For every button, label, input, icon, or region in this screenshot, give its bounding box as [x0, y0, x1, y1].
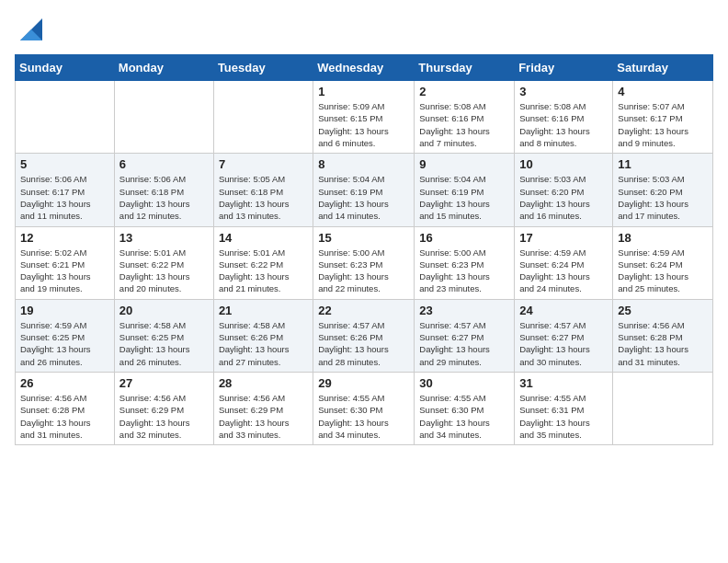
day-detail: Sunrise: 5:06 AM Sunset: 6:18 PM Dayligh… [119, 173, 209, 222]
calendar-cell: 12Sunrise: 5:02 AM Sunset: 6:21 PM Dayli… [16, 226, 115, 299]
day-number: 8 [318, 157, 409, 171]
weekday-header-monday: Monday [114, 55, 213, 81]
calendar-cell: 15Sunrise: 5:00 AM Sunset: 6:23 PM Dayli… [313, 226, 415, 299]
day-detail: Sunrise: 5:08 AM Sunset: 6:16 PM Dayligh… [519, 100, 608, 149]
day-detail: Sunrise: 5:01 AM Sunset: 6:22 PM Dayligh… [119, 247, 209, 295]
calendar-cell: 21Sunrise: 4:58 AM Sunset: 6:26 PM Dayli… [213, 299, 313, 372]
weekday-header-tuesday: Tuesday [213, 55, 313, 81]
day-detail: Sunrise: 5:09 AM Sunset: 6:15 PM Dayligh… [318, 100, 409, 149]
day-detail: Sunrise: 4:56 AM Sunset: 6:29 PM Dayligh… [219, 392, 308, 441]
day-number: 24 [519, 304, 608, 317]
day-number: 14 [219, 231, 308, 245]
calendar-cell: 10Sunrise: 5:03 AM Sunset: 6:20 PM Dayli… [515, 154, 613, 226]
day-number: 21 [219, 304, 308, 317]
day-detail: Sunrise: 4:56 AM Sunset: 6:29 PM Dayligh… [119, 392, 209, 441]
day-number: 26 [20, 376, 109, 390]
calendar-cell: 18Sunrise: 4:59 AM Sunset: 6:24 PM Dayli… [613, 226, 713, 299]
day-number: 5 [20, 157, 109, 171]
day-detail: Sunrise: 4:55 AM Sunset: 6:30 PM Dayligh… [419, 392, 509, 441]
day-number: 9 [419, 157, 509, 171]
day-number: 15 [318, 231, 409, 245]
weekday-header-wednesday: Wednesday [313, 55, 415, 81]
calendar-cell: 24Sunrise: 4:57 AM Sunset: 6:27 PM Dayli… [515, 299, 613, 372]
day-number: 4 [618, 85, 708, 98]
calendar-cell: 11Sunrise: 5:03 AM Sunset: 6:20 PM Dayli… [613, 154, 713, 226]
calendar-table: SundayMondayTuesdayWednesdayThursdayFrid… [15, 54, 713, 445]
calendar-cell: 23Sunrise: 4:57 AM Sunset: 6:27 PM Dayli… [415, 299, 515, 372]
day-number: 11 [618, 157, 708, 171]
calendar-cell: 22Sunrise: 4:57 AM Sunset: 6:26 PM Dayli… [313, 299, 415, 372]
day-detail: Sunrise: 4:58 AM Sunset: 6:25 PM Dayligh… [119, 319, 209, 368]
weekday-header-sunday: Sunday [16, 55, 115, 81]
weekday-header-friday: Friday [515, 55, 613, 81]
day-number: 19 [20, 304, 109, 317]
calendar-cell [114, 81, 213, 154]
calendar-cell: 7Sunrise: 5:05 AM Sunset: 6:18 PM Daylig… [213, 154, 313, 226]
day-number: 12 [20, 231, 109, 245]
day-number: 3 [519, 85, 608, 98]
calendar-cell [613, 372, 713, 444]
calendar-cell: 16Sunrise: 5:00 AM Sunset: 6:23 PM Dayli… [415, 226, 515, 299]
calendar-cell: 30Sunrise: 4:55 AM Sunset: 6:30 PM Dayli… [415, 372, 515, 444]
day-number: 23 [419, 304, 509, 317]
calendar-cell: 8Sunrise: 5:04 AM Sunset: 6:19 PM Daylig… [313, 154, 415, 226]
calendar-cell: 28Sunrise: 4:56 AM Sunset: 6:29 PM Dayli… [213, 372, 313, 444]
calendar-cell: 9Sunrise: 5:04 AM Sunset: 6:19 PM Daylig… [415, 154, 515, 226]
day-detail: Sunrise: 5:06 AM Sunset: 6:17 PM Dayligh… [20, 173, 109, 222]
calendar-cell: 5Sunrise: 5:06 AM Sunset: 6:17 PM Daylig… [16, 154, 115, 226]
day-detail: Sunrise: 5:07 AM Sunset: 6:17 PM Dayligh… [618, 100, 708, 149]
day-detail: Sunrise: 4:55 AM Sunset: 6:31 PM Dayligh… [519, 392, 608, 441]
day-number: 10 [519, 157, 608, 171]
calendar-cell: 4Sunrise: 5:07 AM Sunset: 6:17 PM Daylig… [613, 81, 713, 154]
calendar-cell: 14Sunrise: 5:01 AM Sunset: 6:22 PM Dayli… [213, 226, 313, 299]
day-number: 1 [318, 85, 409, 98]
day-detail: Sunrise: 4:56 AM Sunset: 6:28 PM Dayligh… [20, 392, 109, 441]
calendar-cell: 17Sunrise: 4:59 AM Sunset: 6:24 PM Dayli… [515, 226, 613, 299]
day-number: 29 [318, 376, 409, 390]
logo [15, 15, 42, 45]
day-detail: Sunrise: 5:04 AM Sunset: 6:19 PM Dayligh… [318, 173, 409, 222]
day-number: 20 [119, 304, 209, 317]
calendar-cell: 6Sunrise: 5:06 AM Sunset: 6:18 PM Daylig… [114, 154, 213, 226]
day-detail: Sunrise: 4:58 AM Sunset: 6:26 PM Dayligh… [219, 319, 308, 368]
day-detail: Sunrise: 5:02 AM Sunset: 6:21 PM Dayligh… [20, 247, 109, 295]
day-detail: Sunrise: 5:03 AM Sunset: 6:20 PM Dayligh… [519, 173, 608, 222]
calendar-cell: 13Sunrise: 5:01 AM Sunset: 6:22 PM Dayli… [114, 226, 213, 299]
weekday-header-thursday: Thursday [415, 55, 515, 81]
day-number: 25 [618, 304, 708, 317]
day-detail: Sunrise: 4:57 AM Sunset: 6:26 PM Dayligh… [318, 319, 409, 368]
day-detail: Sunrise: 5:00 AM Sunset: 6:23 PM Dayligh… [419, 247, 509, 295]
calendar-cell: 26Sunrise: 4:56 AM Sunset: 6:28 PM Dayli… [16, 372, 115, 444]
day-detail: Sunrise: 5:01 AM Sunset: 6:22 PM Dayligh… [219, 247, 308, 295]
calendar-cell: 1Sunrise: 5:09 AM Sunset: 6:15 PM Daylig… [313, 81, 415, 154]
calendar-cell [16, 81, 115, 154]
day-detail: Sunrise: 4:59 AM Sunset: 6:25 PM Dayligh… [20, 319, 109, 368]
day-detail: Sunrise: 4:59 AM Sunset: 6:24 PM Dayligh… [618, 247, 708, 295]
day-number: 28 [219, 376, 308, 390]
day-number: 18 [618, 231, 708, 245]
day-detail: Sunrise: 4:56 AM Sunset: 6:28 PM Dayligh… [618, 319, 708, 368]
day-detail: Sunrise: 5:08 AM Sunset: 6:16 PM Dayligh… [419, 100, 509, 149]
day-number: 22 [318, 304, 409, 317]
calendar-cell: 20Sunrise: 4:58 AM Sunset: 6:25 PM Dayli… [114, 299, 213, 372]
day-number: 16 [419, 231, 509, 245]
logo-icon [17, 15, 42, 40]
day-number: 27 [119, 376, 209, 390]
day-detail: Sunrise: 4:57 AM Sunset: 6:27 PM Dayligh… [419, 319, 509, 368]
calendar-cell: 29Sunrise: 4:55 AM Sunset: 6:30 PM Dayli… [313, 372, 415, 444]
calendar-cell: 27Sunrise: 4:56 AM Sunset: 6:29 PM Dayli… [114, 372, 213, 444]
day-detail: Sunrise: 4:55 AM Sunset: 6:30 PM Dayligh… [318, 392, 409, 441]
day-number: 6 [119, 157, 209, 171]
day-detail: Sunrise: 5:03 AM Sunset: 6:20 PM Dayligh… [618, 173, 708, 222]
calendar-cell: 25Sunrise: 4:56 AM Sunset: 6:28 PM Dayli… [613, 299, 713, 372]
page-header [15, 15, 713, 45]
day-detail: Sunrise: 5:04 AM Sunset: 6:19 PM Dayligh… [419, 173, 509, 222]
day-number: 13 [119, 231, 209, 245]
day-number: 7 [219, 157, 308, 171]
day-detail: Sunrise: 5:05 AM Sunset: 6:18 PM Dayligh… [219, 173, 308, 222]
day-number: 30 [419, 376, 509, 390]
day-detail: Sunrise: 5:00 AM Sunset: 6:23 PM Dayligh… [318, 247, 409, 295]
calendar-cell: 2Sunrise: 5:08 AM Sunset: 6:16 PM Daylig… [415, 81, 515, 154]
weekday-header-saturday: Saturday [613, 55, 713, 81]
calendar-cell [213, 81, 313, 154]
